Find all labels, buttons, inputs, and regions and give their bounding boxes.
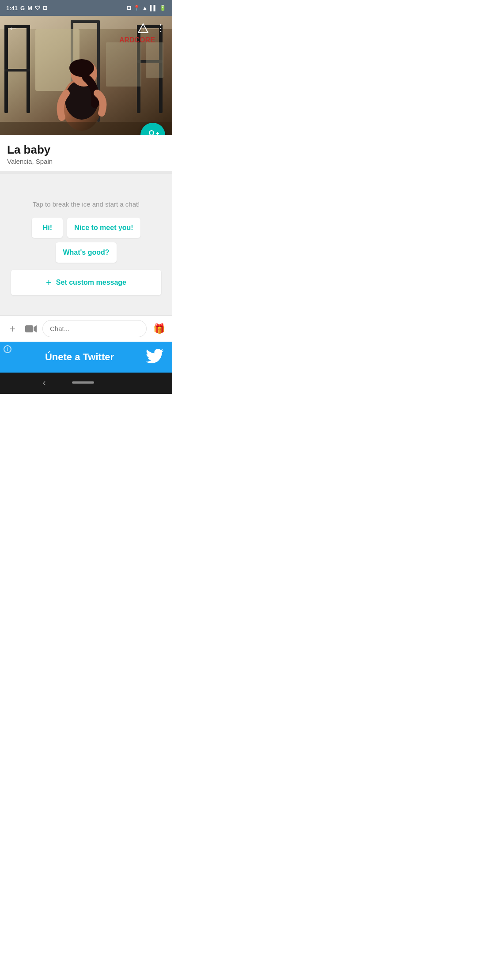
svg-point-24: [149, 131, 154, 135]
ice-breaker-hint: Tap to break the ice and start a chat!: [33, 200, 140, 208]
signal-icon: ▌▌: [150, 5, 157, 11]
quick-msg-good[interactable]: What's good?: [56, 242, 116, 263]
profile-location: Valencia, Spain: [7, 158, 165, 165]
status-left: 1:41 G M 🛡 ⊡: [6, 5, 47, 11]
svg-point-17: [69, 59, 94, 77]
custom-message-button[interactable]: + Set custom message: [11, 270, 161, 295]
video-button[interactable]: [24, 322, 38, 336]
status-bar: 1:41 G M 🛡 ⊡ ⊡ 📍 ▲ ▌▌ 🔋: [0, 0, 172, 16]
warning-icon: !: [137, 23, 149, 34]
svg-rect-5: [4, 69, 30, 72]
nav-bar: ‹: [0, 373, 172, 394]
svg-rect-19: [106, 42, 141, 87]
video-icon: [25, 324, 37, 334]
profile-image-container: ARDCORE ← ! ⋮: [0, 16, 172, 135]
chat-input[interactable]: [42, 320, 147, 337]
google-icon: G: [20, 5, 25, 11]
shield-icon: 🛡: [35, 5, 40, 11]
svg-rect-12: [71, 20, 100, 23]
time-display: 1:41: [6, 5, 18, 11]
svg-rect-20: [146, 42, 163, 78]
home-indicator[interactable]: [72, 381, 94, 384]
quick-messages-container: Hi! Nice to meet you! What's good?: [7, 218, 165, 263]
battery-icon: 🔋: [159, 5, 166, 11]
chat-area: Tap to break the ice and start a chat! H…: [0, 174, 172, 315]
svg-text:!: !: [142, 26, 144, 33]
add-person-icon: [147, 129, 159, 135]
report-button[interactable]: !: [135, 20, 151, 36]
quick-msg-hi[interactable]: Hi!: [32, 218, 63, 238]
svg-rect-27: [25, 325, 33, 332]
status-right: ⊡ 📍 ▲ ▌▌ 🔋: [127, 5, 166, 11]
location-icon: 📍: [133, 5, 140, 11]
ad-info-icon: i: [4, 345, 11, 353]
cast-icon: ⊡: [127, 5, 131, 11]
screenshot-icon: ⊡: [43, 5, 47, 11]
system-back-button[interactable]: ‹: [43, 377, 46, 388]
plus-icon: +: [46, 277, 52, 288]
gmail-icon: M: [27, 5, 32, 11]
twitter-bird-icon: [146, 349, 163, 366]
input-bar: + 🎁: [0, 315, 172, 342]
attach-button[interactable]: +: [5, 322, 19, 336]
ad-banner[interactable]: i Únete a Twitter: [0, 342, 172, 373]
ad-text: Únete a Twitter: [13, 351, 146, 363]
profile-info: La baby Valencia, Spain: [0, 135, 172, 171]
quick-msg-nice[interactable]: Nice to meet you!: [67, 218, 140, 238]
svg-marker-28: [34, 325, 37, 332]
more-button[interactable]: ⋮: [153, 20, 169, 36]
wifi-icon: ▲: [142, 5, 148, 11]
profile-name: La baby: [7, 143, 165, 157]
custom-message-label: Set custom message: [56, 279, 126, 286]
gift-button[interactable]: 🎁: [151, 321, 167, 337]
back-button[interactable]: ←: [5, 20, 21, 36]
